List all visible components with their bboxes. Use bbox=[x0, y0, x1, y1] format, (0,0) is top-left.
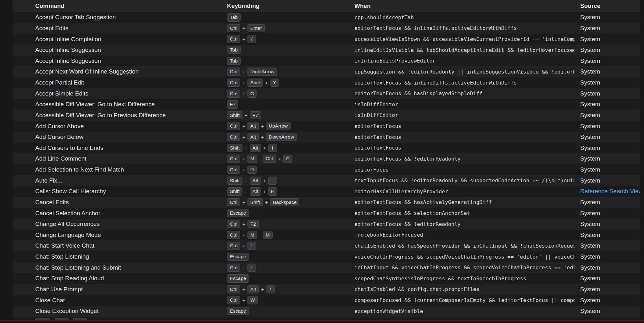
key-chord-group: Ctrl+Alt+UpArrow bbox=[227, 122, 291, 130]
keybinding-cell: Escape bbox=[227, 274, 354, 282]
table-row[interactable]: Accept Partial EditCtrl+Shift+YeditorTex… bbox=[13, 77, 640, 88]
column-header-command: Command bbox=[35, 3, 227, 9]
command-cell: Accept Next Word Of Inline Suggestion bbox=[35, 68, 227, 75]
when-cell: editorTextFocus bbox=[354, 134, 575, 140]
table-row[interactable]: Accept EditsCtrl+EntereditorTextFocus &&… bbox=[13, 23, 640, 34]
source-cell: System bbox=[580, 25, 640, 32]
key-cap: Ctrl bbox=[227, 24, 240, 32]
partial-row bbox=[13, 317, 640, 320]
plus-separator: + bbox=[261, 287, 264, 292]
key-cap: Alt bbox=[247, 133, 259, 141]
key-cap: I bbox=[247, 242, 256, 250]
table-row[interactable]: Add Cursors to Line EndsShift+Alt+Iedito… bbox=[13, 143, 640, 154]
key-chord-group: Ctrl+C bbox=[263, 155, 292, 163]
when-cell: scopedChatSynthesisInProgress && textToS… bbox=[354, 276, 575, 282]
plus-separator: + bbox=[263, 145, 266, 151]
key-chord-group: Ctrl+M bbox=[227, 231, 257, 239]
command-cell: Accept Partial Edit bbox=[35, 79, 227, 86]
keybinding-cell: Shift+F7 bbox=[227, 111, 354, 119]
table-row[interactable]: Add Cursor AboveCtrl+Alt+UpArroweditorTe… bbox=[13, 121, 640, 132]
key-cap: . bbox=[268, 177, 277, 185]
key-cap: Shift bbox=[247, 79, 263, 87]
table-row[interactable]: Chat: Use PromptCtrl+Alt+/chatIsEnabled … bbox=[13, 284, 640, 295]
source-link[interactable]: Reference Search View bbox=[580, 188, 640, 195]
when-cell: cppSuggestion && !editorReadonly || inli… bbox=[354, 69, 575, 75]
key-chord-group: Ctrl+RightArrow bbox=[227, 68, 277, 76]
key-cap: Backspace bbox=[270, 198, 300, 206]
key-chord-group: Escape bbox=[227, 253, 249, 261]
table-row[interactable]: Calls: Show Call HierarchyShift+Alt+Hedi… bbox=[13, 186, 640, 197]
plus-separator: + bbox=[242, 167, 245, 172]
table-row[interactable]: Close ChatCtrl+WcomposerFocused && !curr… bbox=[13, 295, 640, 306]
plus-separator: + bbox=[245, 178, 247, 183]
source-cell: System bbox=[580, 210, 640, 217]
table-row[interactable]: Accessible Diff Viewer: Go to Next Diffe… bbox=[13, 99, 640, 110]
key-cap: F7 bbox=[250, 111, 261, 119]
source-cell: System bbox=[580, 112, 640, 119]
key-chord-group: Shift+F7 bbox=[227, 111, 261, 119]
table-row[interactable]: Chat: Stop Reading AloudEscapescopedChat… bbox=[13, 273, 640, 284]
table-row[interactable]: Auto Fix...Shift+Alt+.textInputFocus && … bbox=[13, 175, 640, 186]
when-cell: editorTextFocus && !editorReadonly bbox=[354, 221, 575, 227]
plus-separator: + bbox=[261, 123, 264, 129]
plus-separator: + bbox=[242, 91, 245, 96]
when-cell: chatIsEnabled && config.chat.promptFiles bbox=[354, 286, 575, 292]
plus-separator: + bbox=[242, 200, 245, 205]
keybinding-cell: Ctrl+Alt+/ bbox=[227, 285, 354, 293]
table-row[interactable]: Cancel EditsCtrl+Shift+BackspaceeditorTe… bbox=[13, 197, 640, 208]
source-cell: System bbox=[580, 79, 640, 86]
table-row[interactable]: Change All OccurrencesCtrl+F2editorTextF… bbox=[13, 219, 640, 230]
table-row[interactable]: Change Language ModeCtrl+MM!notebookEdit… bbox=[13, 230, 640, 241]
key-chord-group: M bbox=[263, 231, 273, 239]
command-cell: Accept Inline Suggestion bbox=[35, 47, 227, 53]
command-cell: Cancel Edits bbox=[35, 199, 227, 206]
command-cell: Add Cursor Below bbox=[35, 134, 227, 140]
command-cell: Close Exception Widget bbox=[35, 308, 227, 315]
table-row[interactable]: Accept Next Word Of Inline SuggestionCtr… bbox=[13, 66, 640, 77]
key-cap: Enter bbox=[247, 24, 265, 32]
command-cell: Add Selection to Next Find Match bbox=[35, 166, 227, 173]
table-row[interactable]: Close Exception WidgetEscapeexceptionWid… bbox=[13, 306, 640, 317]
key-chord-group: Ctrl+G bbox=[227, 90, 257, 98]
table-row[interactable]: Add Line CommentCtrl+MCtrl+CeditorTextFo… bbox=[13, 153, 640, 164]
key-cap: Ctrl bbox=[227, 90, 240, 98]
table-row[interactable]: Accept Inline SuggestionTabinlineEditIsV… bbox=[13, 45, 640, 56]
table-row[interactable]: Accept Cursor Tab SuggestionTabcpp.shoul… bbox=[13, 12, 640, 23]
when-cell: inChatInput && voiceChatInProgress && sc… bbox=[354, 265, 575, 271]
command-cell: Change All Occurrences bbox=[35, 221, 227, 227]
table-row[interactable]: Accept Inline CompletionCtrl+/accessible… bbox=[13, 34, 640, 45]
command-cell: Accept Inline Suggestion bbox=[35, 57, 227, 64]
key-cap: Ctrl bbox=[227, 296, 240, 304]
table-row[interactable]: Add Selection to Next Find MatchCtrl+Ded… bbox=[13, 164, 640, 175]
table-row[interactable]: Cancel Selection AnchorEscapeeditorTextF… bbox=[13, 208, 640, 219]
key-chord-group: Ctrl+Alt+DownArrow bbox=[227, 133, 297, 141]
table-row[interactable]: Accept Simple EditsCtrl+GeditorTextFocus… bbox=[13, 88, 640, 99]
key-cap: Ctrl bbox=[227, 198, 240, 206]
keybinding-cell: Ctrl+Alt+UpArrow bbox=[227, 122, 354, 130]
source-cell: System bbox=[580, 264, 640, 271]
key-cap: Escape bbox=[227, 253, 249, 261]
keybinding-cell: Ctrl+/ bbox=[227, 35, 354, 43]
table-row[interactable]: Chat: Stop ListeningEscapevoiceChatInPro… bbox=[13, 251, 640, 262]
table-row[interactable]: Add Cursor BelowCtrl+Alt+DownArroweditor… bbox=[13, 132, 640, 143]
keybinding-cell: Ctrl+RightArrow bbox=[227, 68, 354, 76]
key-cap: Ctrl bbox=[227, 122, 240, 130]
key-cap: Escape bbox=[227, 274, 249, 282]
table-row[interactable]: Chat: Start Voice ChatCtrl+IchatIsEnable… bbox=[13, 240, 640, 251]
table-row[interactable]: Accessible Diff Viewer: Go to Previous D… bbox=[13, 110, 640, 121]
table-row[interactable]: Chat: Stop Listening and SubmitCtrl+IinC… bbox=[13, 262, 640, 273]
key-cap: Shift bbox=[247, 198, 263, 206]
table-row[interactable]: Accept Inline SuggestionTabinInlineEdits… bbox=[13, 56, 640, 67]
key-chord-group: Ctrl+/ bbox=[227, 35, 256, 43]
key-cap: Shift bbox=[227, 187, 242, 195]
plus-separator: + bbox=[245, 145, 247, 151]
source-cell: System bbox=[580, 199, 640, 206]
key-cap: Ctrl bbox=[227, 35, 240, 43]
command-cell: Add Cursor Above bbox=[35, 123, 227, 130]
key-cap: UpArrow bbox=[266, 122, 291, 130]
keybinding-cell: Ctrl+G bbox=[227, 90, 354, 98]
plus-separator: + bbox=[263, 178, 266, 183]
command-cell: Accept Simple Edits bbox=[35, 90, 227, 97]
when-cell: editorTextFocus && !editorReadonly bbox=[354, 156, 575, 162]
source-cell: System bbox=[580, 177, 640, 184]
